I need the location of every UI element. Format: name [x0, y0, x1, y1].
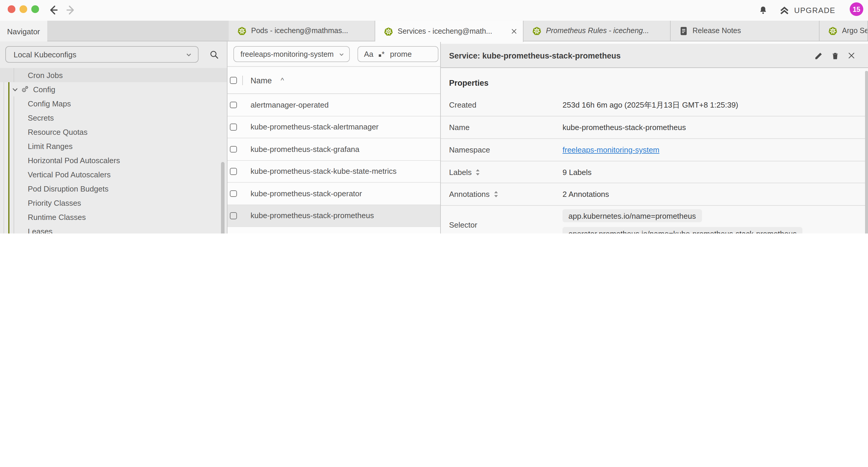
tab-close-icon[interactable] [511, 28, 517, 34]
property-row-namespace: Namespacefreeleaps-monitoring-system [441, 139, 868, 162]
selector-chip: operator.prometheus.io/name=kube-prometh… [562, 227, 803, 233]
table-row[interactable]: kube-prometheus-stack-prometheus [227, 205, 440, 227]
tab-pods[interactable]: Pods - icecheng@mathmas... [229, 21, 375, 41]
table-row[interactable]: kube-prometheus-stack-prometheus-node-ex… [227, 227, 440, 233]
sort-asc-caret[interactable]: ^ [281, 67, 284, 94]
kubernetes-icon [384, 27, 393, 36]
traffic-zoom-button[interactable] [31, 5, 39, 13]
namespace-toolbar: freeleaps-monitoring-system Aa * prome [227, 41, 440, 67]
sidebar-item-runtime-classes[interactable]: Runtime Classes [0, 210, 227, 224]
tab-navigator[interactable]: Navigator [0, 21, 47, 42]
row-checkbox[interactable] [230, 168, 237, 175]
sidebar-item-limit-ranges[interactable]: Limit Ranges [0, 139, 227, 153]
sort-toggle-icon[interactable] [493, 191, 498, 198]
regex-toggle[interactable]: * [379, 50, 385, 59]
profile-badge[interactable]: 15 [850, 2, 863, 16]
table-row[interactable]: alertmanager-operated [227, 94, 440, 116]
edit-icon[interactable] [814, 51, 823, 60]
forward-arrow-icon[interactable] [65, 4, 77, 16]
sidebar-item-config-maps[interactable]: Config Maps [0, 96, 227, 111]
close-icon[interactable] [847, 52, 856, 60]
tab-release[interactable]: Release Notes [671, 21, 819, 41]
services-list-panel: freeleaps-monitoring-system Aa * prome N… [227, 41, 440, 233]
sidebar-item-leases[interactable]: Leases [0, 224, 227, 233]
kubernetes-icon [829, 26, 837, 35]
namespace-select[interactable]: freeleaps-monitoring-system [234, 46, 350, 62]
notification-bell-icon[interactable] [758, 0, 768, 21]
property-row-annotations: Annotations2 Annotations [441, 183, 868, 206]
sidebar-item-config[interactable]: Config [0, 82, 227, 96]
sidebar-item-priority-classes[interactable]: Priority Classes [0, 196, 227, 210]
traffic-minimize-button[interactable] [20, 5, 27, 13]
delete-trash-icon[interactable] [831, 51, 840, 60]
select-all-checkbox[interactable] [230, 77, 237, 84]
document-icon [680, 26, 688, 35]
property-row-name: Namekube-prometheus-stack-prometheus [441, 116, 868, 139]
row-checkbox[interactable] [230, 146, 237, 152]
sidebar-item-secrets[interactable]: Secrets [0, 111, 227, 125]
titlebar: UPGRADE 15 [0, 0, 868, 21]
selector-chip: app.kubernetes.io/name=prometheus [562, 209, 702, 222]
upgrade-label: UPGRADE [794, 6, 836, 15]
chevron-down-icon [186, 51, 192, 58]
tab-services[interactable]: Services - icecheng@math... [375, 21, 524, 42]
filter-input[interactable]: Aa * prome [358, 46, 438, 62]
navigator-panel: Local Kubeconfigs Cron JobsConfigConfig … [0, 41, 227, 233]
navigator-scrollbar[interactable] [221, 162, 224, 233]
property-row-selector: Selectorapp.kubernetes.io/name=prometheu… [441, 206, 868, 233]
section-title-properties: Properties [449, 76, 868, 89]
row-checkbox[interactable] [230, 123, 237, 130]
detail-panel-title: Service: kube-prometheus-stack-prometheu… [449, 51, 621, 60]
resource-tree: Cron JobsConfigConfig MapsSecretsResourc… [0, 68, 227, 233]
services-table: alertmanager-operatedkube-prometheus-sta… [227, 94, 440, 233]
kubernetes-icon [238, 26, 246, 35]
table-header: Name ^ [227, 67, 440, 94]
tab-prometheus[interactable]: Prometheus Rules - icecheng... [524, 21, 671, 41]
sidebar-item-pod-disruption-budgets[interactable]: Pod Disruption Budgets [0, 181, 227, 196]
tab-argo[interactable]: Argo Se [819, 21, 868, 41]
sidebar-item-horizontal-pod-autoscalers[interactable]: Horizontal Pod Autoscalers [0, 153, 227, 167]
row-checkbox[interactable] [230, 190, 237, 197]
row-checkbox[interactable] [230, 101, 237, 108]
upgrade-chevrons-icon [779, 5, 790, 16]
kubernetes-icon [532, 26, 541, 35]
table-row[interactable]: kube-prometheus-stack-operator [227, 183, 440, 205]
detail-panel-header: Service: kube-prometheus-stack-prometheu… [441, 44, 868, 68]
gear-icon [21, 85, 30, 93]
table-row[interactable]: kube-prometheus-stack-alertmanager [227, 116, 440, 138]
navigator-search-icon[interactable] [206, 46, 222, 63]
chevron-down-icon[interactable] [12, 86, 19, 92]
column-header-name[interactable]: Name [251, 67, 272, 94]
sidebar-item-vertical-pod-autoscalers[interactable]: Vertical Pod Autoscalers [0, 167, 227, 181]
row-checkbox[interactable] [230, 212, 237, 219]
kubeconfig-select[interactable]: Local Kubeconfigs [5, 46, 198, 63]
back-arrow-icon[interactable] [47, 4, 59, 16]
traffic-close-button[interactable] [8, 5, 15, 13]
namespace-link[interactable]: freeleaps-monitoring-system [562, 145, 659, 154]
sidebar-item-cron-jobs[interactable]: Cron Jobs [0, 68, 227, 82]
tab-strip: Navigator Pods - icecheng@mathmas...Serv… [0, 21, 868, 41]
sidebar-item-resource-quotas[interactable]: Resource Quotas [0, 125, 227, 139]
property-row-labels: Labels9 Labels [441, 162, 868, 183]
detail-panel-body: PropertiesCreated253d 16h 6m ago (2025年1… [441, 68, 868, 233]
filter-value: prome [390, 50, 412, 59]
table-row[interactable]: kube-prometheus-stack-grafana [227, 138, 440, 160]
chevron-down-icon [339, 51, 344, 57]
upgrade-button[interactable]: UPGRADE [779, 0, 836, 21]
match-case-toggle[interactable]: Aa [364, 50, 373, 59]
detail-panel-scrollbar[interactable] [865, 71, 868, 233]
property-row-created: Created253d 16h 6m ago (2025年1月13日 GMT+8… [441, 94, 868, 116]
table-row[interactable]: kube-prometheus-stack-kube-state-metrics [227, 160, 440, 183]
app-window: UPGRADE 15 Navigator Pods - icecheng@mat… [0, 0, 868, 233]
sort-toggle-icon[interactable] [475, 168, 481, 176]
service-detail-panel: Service: kube-prometheus-stack-prometheu… [440, 41, 868, 233]
